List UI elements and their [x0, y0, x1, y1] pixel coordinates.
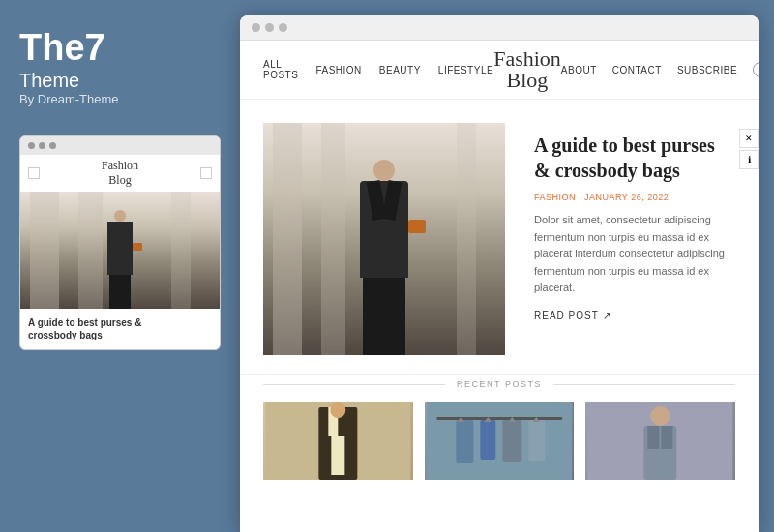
svg-rect-4 — [331, 436, 344, 475]
mini-dot-3 — [49, 142, 56, 149]
svg-rect-5 — [427, 402, 572, 480]
mini-nav-left — [28, 167, 40, 179]
browser-dot-2 — [265, 23, 274, 32]
recent-posts-grid — [263, 402, 735, 480]
blog-header: ALL POSTS FASHION BEAUTY LIFESTYLE Fashi… — [240, 41, 759, 100]
blog-main-nav: ALL POSTS FASHION BEAUTY LIFESTYLE — [263, 59, 493, 80]
nav-item-lifestyle[interactable]: LIFESTYLE — [438, 65, 493, 75]
recent-post-card-2[interactable] — [425, 402, 575, 480]
mini-dot-2 — [39, 142, 45, 149]
nav-item-all-posts[interactable]: ALL POSTS — [263, 59, 298, 80]
svg-rect-10 — [528, 420, 545, 461]
recent-post-card-3[interactable] — [585, 402, 735, 480]
svg-rect-7 — [456, 420, 473, 463]
main-browser: ALL POSTS FASHION BEAUTY LIFESTYLE Fashi… — [240, 15, 759, 532]
svg-rect-8 — [480, 420, 495, 460]
svg-rect-6 — [436, 417, 562, 420]
recent-posts-line-left — [263, 384, 445, 385]
recent-posts-label: RECENT POSTS — [457, 379, 542, 389]
blog-right-nav: ABOUT CONTACT SUBSCRIBE — [561, 62, 759, 77]
hero-article-meta: FASHION JANUARY 26, 2022 — [534, 192, 735, 202]
hero-date: JANUARY 26, 2022 — [584, 192, 669, 202]
mini-article-caption: A guide to best purses & crossbody bags — [20, 309, 220, 349]
mini-nav-right — [200, 167, 212, 179]
read-post-arrow-icon: ↗ — [603, 310, 611, 321]
blog-content: ✕ ℹ — [240, 100, 759, 532]
recent-post-image-1 — [263, 402, 413, 480]
sidebar: The7 Theme By Dream-Theme FashionBlog — [0, 0, 240, 532]
nav-contact[interactable]: CONTACT — [612, 65, 662, 75]
mini-browser-preview: FashionBlog A guide to best purses & cro — [19, 135, 221, 350]
side-close-icon[interactable]: ✕ — [739, 129, 759, 148]
browser-dot-3 — [279, 23, 287, 32]
recent-posts-section: RECENT POSTS — [240, 379, 759, 495]
svg-rect-18 — [648, 426, 660, 449]
mini-browser-bar — [20, 136, 220, 155]
svg-rect-9 — [502, 420, 521, 462]
hero-article-title: A guide to best purses & crossbody bags — [534, 133, 735, 183]
theme-name: The7 — [19, 29, 221, 66]
hero-article-image — [263, 123, 505, 355]
browser-chrome-bar — [240, 15, 759, 41]
theme-by: By Dream-Theme — [19, 92, 221, 106]
nav-subscribe[interactable]: SUBSCRIBE — [677, 65, 737, 75]
mini-nav-bar: FashionBlog — [20, 155, 220, 192]
recent-posts-line-right — [553, 384, 735, 385]
mini-blog-logo: FashionBlog — [102, 159, 138, 188]
side-utility-buttons: ✕ ℹ — [739, 129, 759, 169]
hero-article-text: A guide to best purses & crossbody bags … — [534, 123, 735, 321]
browser-dot-1 — [252, 23, 260, 32]
hero-article: A guide to best purses & crossbody bags … — [240, 100, 759, 375]
read-post-button[interactable]: READ POST ↗ — [534, 310, 735, 321]
svg-rect-19 — [662, 426, 673, 449]
side-info-icon[interactable]: ℹ — [739, 150, 759, 169]
recent-post-card-1[interactable] — [263, 402, 413, 480]
search-icon[interactable] — [753, 62, 759, 77]
svg-point-16 — [651, 406, 670, 426]
recent-post-image-2 — [425, 402, 575, 480]
nav-about[interactable]: ABOUT — [561, 65, 597, 75]
recent-posts-header: RECENT POSTS — [263, 379, 735, 389]
nav-item-fashion[interactable]: FASHION — [315, 65, 361, 75]
mini-dot-1 — [28, 142, 35, 149]
hero-article-excerpt: Dolor sit amet, consectetur adipiscing f… — [534, 212, 735, 297]
theme-subtitle: Theme — [19, 70, 221, 92]
blog-logo: FashionBlog — [493, 48, 561, 91]
sidebar-branding: The7 Theme By Dream-Theme — [19, 29, 221, 106]
nav-item-beauty[interactable]: BEAUTY — [379, 65, 421, 75]
mini-hero-image — [20, 192, 220, 309]
svg-point-3 — [330, 402, 345, 418]
recent-post-image-3 — [585, 402, 735, 480]
hero-category: FASHION — [534, 192, 576, 202]
